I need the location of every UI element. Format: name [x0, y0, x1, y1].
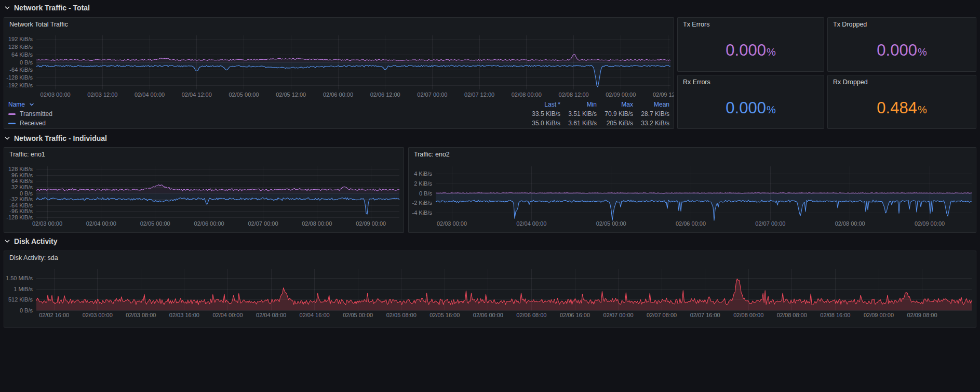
legend-header-name[interactable]: Name	[8, 101, 524, 108]
svg-text:02/06 00:00: 02/06 00:00	[473, 312, 503, 318]
svg-text:02/06 00:00: 02/06 00:00	[323, 92, 353, 98]
svg-text:02/03 16:00: 02/03 16:00	[169, 312, 199, 318]
svg-text:02/09 00:00: 02/09 00:00	[915, 220, 945, 227]
svg-text:0 B/s: 0 B/s	[419, 190, 433, 197]
svg-text:02/06 08:00: 02/06 08:00	[516, 312, 546, 318]
legend-value-min: 3.51 KiB/s	[560, 110, 597, 117]
svg-text:02/06 12:00: 02/06 12:00	[370, 92, 400, 98]
stat-number: 0.000	[726, 30, 766, 71]
stat-number: 0.000	[877, 30, 917, 71]
stat-number: 0.000	[726, 88, 766, 128]
svg-text:02/05 12:00: 02/05 12:00	[276, 92, 306, 98]
sort-caret-icon	[29, 102, 34, 107]
svg-text:1 MiB/s: 1 MiB/s	[14, 286, 33, 292]
svg-text:02/03 00:00: 02/03 00:00	[32, 220, 62, 227]
legend-row-received: Received 35.0 KiB/s 3.61 KiB/s 205 KiB/s…	[8, 119, 669, 128]
chart-legend: Name Last * Min Max Mean Transmitted 33.…	[8, 100, 669, 128]
legend-value-mean: 28.7 KiB/s	[633, 110, 669, 117]
panel-stat-rx-errors: Rx Errors 0.000%	[677, 75, 824, 129]
svg-text:64 KiB/s: 64 KiB/s	[11, 178, 33, 184]
series-swatch	[8, 113, 16, 115]
svg-text:128 KiB/s: 128 KiB/s	[8, 166, 33, 172]
panel-title[interactable]: Traffic: eno1	[4, 148, 404, 161]
series-swatch	[8, 123, 16, 124]
svg-text:512 KiB/s: 512 KiB/s	[8, 296, 33, 303]
svg-text:02/04 00:00: 02/04 00:00	[212, 312, 243, 318]
chevron-down-icon	[4, 135, 10, 141]
stat-title[interactable]: Tx Errors	[678, 18, 824, 31]
panel-stat-tx-dropped: Tx Dropped 0.000%	[827, 17, 976, 72]
legend-header-min[interactable]: Min	[560, 101, 597, 108]
panel-traffic-eno1: Traffic: eno1 128 KiB/s96 KiB/s64 KiB/s3…	[4, 147, 404, 233]
svg-text:128 KiB/s: 128 KiB/s	[8, 44, 33, 50]
svg-text:1.50 MiB/s: 1.50 MiB/s	[6, 275, 33, 281]
legend-value-last: 33.5 KiB/s	[524, 110, 560, 117]
svg-text:02/05 00:00: 02/05 00:00	[229, 92, 259, 98]
panel-traffic-eno2: Traffic: eno2 4 KiB/s2 KiB/s0 B/s-2 KiB/…	[408, 147, 976, 233]
svg-text:02/07 16:00: 02/07 16:00	[690, 312, 720, 318]
svg-text:02/04 12:00: 02/04 12:00	[182, 92, 212, 98]
svg-text:02/08 16:00: 02/08 16:00	[820, 312, 850, 318]
svg-text:02/05 00:00: 02/05 00:00	[140, 220, 170, 227]
legend-value-min: 3.61 KiB/s	[560, 120, 597, 127]
legend-value-last: 35.0 KiB/s	[524, 120, 560, 127]
stat-title[interactable]: Rx Errors	[678, 75, 824, 89]
panel-title[interactable]: Network Total Traffic	[4, 18, 674, 31]
svg-text:02/08 12:00: 02/08 12:00	[559, 92, 589, 98]
svg-text:4 KiB/s: 4 KiB/s	[414, 171, 432, 177]
stat-number: 0.484	[877, 88, 917, 128]
svg-text:02/05 16:00: 02/05 16:00	[429, 312, 460, 318]
svg-text:32 KiB/s: 32 KiB/s	[11, 184, 33, 190]
svg-text:02/04 00:00: 02/04 00:00	[86, 220, 116, 227]
svg-text:-32 KiB/s: -32 KiB/s	[9, 196, 33, 202]
row-title: Network Traffic - Total	[14, 4, 90, 12]
legend-value-mean: 33.2 KiB/s	[633, 120, 669, 127]
svg-text:02/06 00:00: 02/06 00:00	[676, 220, 706, 227]
legend-value-max: 70.9 KiB/s	[597, 110, 633, 117]
panel-network-total-traffic: Network Total Traffic 192 KiB/s128 KiB/s…	[4, 17, 674, 129]
svg-text:02/04 08:00: 02/04 08:00	[256, 312, 286, 318]
row-header-network-traffic-individual[interactable]: Network Traffic - Individual	[4, 132, 107, 145]
legend-value-max: 205 KiB/s	[597, 120, 633, 127]
svg-text:-4 KiB/s: -4 KiB/s	[412, 210, 432, 216]
svg-text:-128 KiB/s: -128 KiB/s	[6, 74, 33, 81]
series-name-label: Received	[20, 120, 46, 127]
stat-title[interactable]: Rx Dropped	[828, 75, 976, 89]
stat-unit: %	[918, 46, 927, 58]
stat-value: 0.000%	[678, 88, 824, 128]
svg-text:02/05 00:00: 02/05 00:00	[596, 220, 626, 227]
svg-text:02/09 00:00: 02/09 00:00	[606, 92, 636, 98]
svg-text:02/07 00:00: 02/07 00:00	[755, 220, 785, 227]
stat-unit: %	[767, 46, 776, 58]
legend-header-max[interactable]: Max	[597, 101, 633, 108]
panel-stat-rx-dropped: Rx Dropped 0.484%	[827, 75, 976, 129]
stat-title[interactable]: Tx Dropped	[828, 18, 976, 31]
svg-text:02/08 00:00: 02/08 00:00	[733, 312, 763, 318]
svg-text:-96 KiB/s: -96 KiB/s	[9, 208, 33, 214]
legend-header-mean[interactable]: Mean	[633, 101, 669, 108]
svg-text:02/03 00:00: 02/03 00:00	[437, 220, 467, 227]
legend-row-transmitted: Transmitted 33.5 KiB/s 3.51 KiB/s 70.9 K…	[8, 109, 669, 119]
svg-text:02/05 00:00: 02/05 00:00	[343, 312, 373, 318]
svg-text:02/09 08:00: 02/09 08:00	[907, 312, 937, 318]
svg-text:02/08 00:00: 02/08 00:00	[835, 220, 865, 227]
panel-title[interactable]: Traffic: eno2	[409, 148, 976, 161]
legend-series-received[interactable]: Received	[8, 120, 524, 127]
svg-text:02/02 16:00: 02/02 16:00	[39, 312, 69, 318]
svg-text:02/03 00:00: 02/03 00:00	[83, 312, 113, 318]
row-header-disk-activity[interactable]: Disk Activity	[4, 234, 58, 248]
panel-disk-activity-sda: Disk Activity: sda 1.50 MiB/s1 MiB/s512 …	[4, 251, 976, 328]
svg-text:02/07 12:00: 02/07 12:00	[464, 92, 494, 98]
svg-text:02/03 00:00: 02/03 00:00	[41, 92, 71, 98]
svg-text:02/07 00:00: 02/07 00:00	[417, 92, 447, 98]
legend-series-transmitted[interactable]: Transmitted	[8, 110, 524, 117]
chevron-down-icon	[4, 5, 10, 11]
stat-unit: %	[918, 104, 927, 116]
legend-header-last[interactable]: Last *	[524, 101, 560, 108]
legend-header-row: Name Last * Min Max Mean	[8, 100, 669, 109]
svg-text:02/09 00:00: 02/09 00:00	[356, 220, 386, 227]
row-header-network-traffic-total[interactable]: Network Traffic - Total	[4, 1, 90, 15]
stat-value: 0.484%	[828, 88, 976, 128]
svg-text:-64 KiB/s: -64 KiB/s	[9, 202, 33, 208]
panel-title[interactable]: Disk Activity: sda	[4, 251, 976, 265]
